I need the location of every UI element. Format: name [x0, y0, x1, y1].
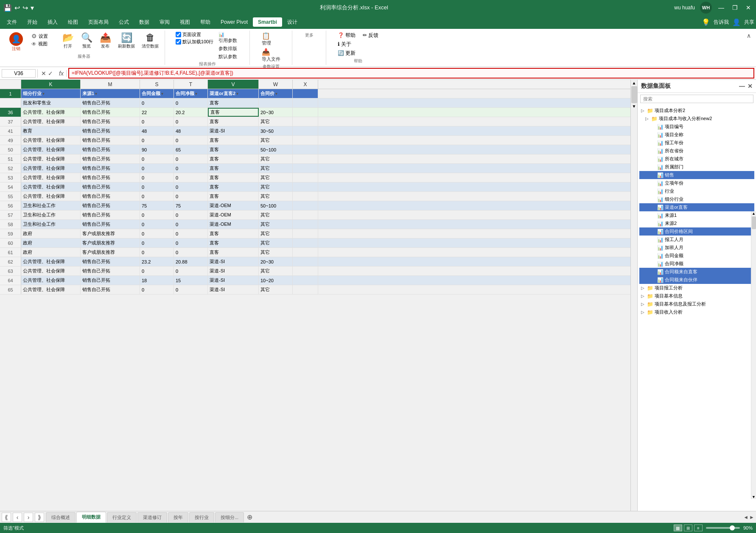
cell-T56[interactable]: 75	[174, 201, 208, 210]
clear-data-button[interactable]: 🗑 清空数据	[139, 31, 161, 50]
panel-scrollbar[interactable]: ▲ ▼	[751, 211, 756, 499]
col-header-M[interactable]: M	[81, 80, 140, 89]
cell-S59[interactable]: 0	[140, 229, 174, 238]
cell-V65[interactable]: 渠道-SI	[208, 285, 259, 294]
cell-T37[interactable]: 0	[174, 117, 208, 126]
cell-X50[interactable]	[293, 145, 318, 154]
cell-T53[interactable]: 0	[174, 173, 208, 182]
manage-button[interactable]: 📋 管理	[260, 31, 273, 47]
cell-X1[interactable]	[293, 89, 318, 98]
cell-X41[interactable]	[293, 126, 318, 135]
cell-V49[interactable]: 直客	[208, 136, 259, 145]
redo-icon[interactable]: ↪	[22, 4, 28, 12]
cell-V57[interactable]: 渠道-OEM	[208, 210, 259, 219]
cell-V52[interactable]: 直客	[208, 164, 259, 173]
tree-item-work-analysis[interactable]: ▷ 📁 项目报工分析	[639, 284, 754, 292]
cell-W1[interactable]: 合同价 ▾	[259, 89, 293, 98]
view-row[interactable]: 👁 视图	[30, 40, 50, 48]
cell-M1[interactable]: 来源1 ▾	[81, 89, 140, 98]
tree-item-source2[interactable]: 📊 来源2	[639, 219, 754, 227]
tree-item-contract-net[interactable]: 📊 合同净额	[639, 260, 754, 268]
cell-V55[interactable]: 直客	[208, 192, 259, 201]
row-num-56[interactable]: 56	[0, 201, 21, 210]
cell-M49[interactable]: 销售自己开拓	[81, 136, 140, 145]
row-num-54[interactable]: 54	[0, 182, 21, 191]
zoom-thumb[interactable]	[730, 525, 735, 530]
menu-power-pivot[interactable]: Power Pivot	[216, 17, 253, 27]
cell-V59[interactable]: 直客	[208, 229, 259, 238]
tree-item-project-year[interactable]: 📊 立项年份	[639, 179, 754, 187]
cell-X49[interactable]	[293, 136, 318, 145]
panel-close-button[interactable]: ✕	[748, 83, 753, 90]
cell-T60[interactable]: 0	[174, 238, 208, 247]
tree-item-contract-amount[interactable]: 📊 合同金额	[639, 252, 754, 260]
cell-W52[interactable]: 其它	[259, 164, 293, 173]
minimize-button[interactable]: —	[717, 3, 725, 12]
tab-by-detail[interactable]: 按细分...	[215, 512, 244, 522]
cell-M65[interactable]: 销售自己开拓	[81, 285, 140, 294]
cell-V62[interactable]: 渠道-SI	[208, 257, 259, 266]
cell-T55[interactable]: 0	[174, 192, 208, 201]
cell-M61[interactable]: 客户或朋友推荐	[81, 248, 140, 257]
tree-item-work-month[interactable]: 📊 报工人月	[639, 236, 754, 244]
open-button[interactable]: 📂 打开	[59, 31, 76, 50]
cell-W62[interactable]: 20~30	[259, 257, 293, 266]
tab-detail[interactable]: 明细数据	[76, 512, 106, 523]
tree-item-income-analysis[interactable]: ▷ 📁 项目收入分析	[639, 308, 754, 316]
cell-M50[interactable]: 销售自己开拓	[81, 145, 140, 154]
cell-X37[interactable]	[293, 117, 318, 126]
menu-draw[interactable]: 绘图	[63, 17, 83, 28]
cell-T62[interactable]: 20.88	[174, 257, 208, 266]
page-layout-view-button[interactable]: ⊞	[684, 525, 692, 531]
sheet-nav-left[interactable]: ‹	[13, 513, 22, 522]
row-num-61[interactable]: 61	[0, 248, 21, 257]
col-header-W[interactable]: W	[259, 80, 293, 89]
cell-V54[interactable]: 直客	[208, 182, 259, 191]
cell-S57[interactable]: 0	[140, 210, 174, 219]
cell-M59[interactable]: 客户或朋友推荐	[81, 229, 140, 238]
cell-W-blank[interactable]	[259, 98, 293, 107]
cell-W55[interactable]: 其它	[259, 192, 293, 201]
cell-K60[interactable]: 政府	[21, 238, 81, 247]
cell-X54[interactable]	[293, 182, 318, 191]
cell-S37[interactable]: 0	[140, 117, 174, 126]
menu-page-layout[interactable]: 页面布局	[83, 17, 114, 28]
tab-summary[interactable]: 综合概述	[46, 512, 76, 522]
share-btn[interactable]: 共享	[744, 19, 754, 26]
cell-T49[interactable]: 0	[174, 136, 208, 145]
cell-S49[interactable]: 0	[140, 136, 174, 145]
cell-W60[interactable]: 其它	[259, 238, 293, 247]
close-button[interactable]: ✕	[744, 3, 753, 12]
cell-X36[interactable]	[293, 108, 318, 117]
cell-W63[interactable]: 其它	[259, 266, 293, 275]
cell-X60[interactable]	[293, 238, 318, 247]
cell-M53[interactable]: 销售自己开拓	[81, 173, 140, 182]
cell-S56[interactable]: 75	[140, 201, 174, 210]
row-num-63[interactable]: 63	[0, 266, 21, 275]
vertical-scrollbar[interactable]: ▲ ▼	[630, 80, 637, 511]
cell-S62[interactable]: 23.2	[140, 257, 174, 266]
refresh-data-button[interactable]: 🔄 刷新数据	[115, 31, 137, 50]
col-header-V[interactable]: V	[208, 80, 259, 89]
sheet-scroll-right[interactable]: ►	[749, 514, 754, 520]
cell-S50[interactable]: 90	[140, 145, 174, 154]
tree-item-industry[interactable]: 📊 行业	[639, 187, 754, 195]
menu-review[interactable]: 审阅	[154, 17, 175, 28]
tab-by-industry[interactable]: 按行业	[189, 512, 214, 522]
menu-data[interactable]: 数据	[134, 17, 154, 28]
cell-X57[interactable]	[293, 210, 318, 219]
cell-K51[interactable]: 公共管理、社会保障	[21, 154, 81, 163]
cell-M-blank[interactable]: 销售自己开拓	[81, 98, 140, 107]
tree-item-project-cost[interactable]: ▷ 📁 项目成本分析2	[639, 107, 754, 115]
row-num-58[interactable]: 58	[0, 220, 21, 229]
row-num-51[interactable]: 51	[0, 154, 21, 163]
cell-X-blank[interactable]	[293, 98, 318, 107]
cell-V1[interactable]: 渠道or直客2 ▾	[208, 89, 259, 98]
cell-T1[interactable]: 合同净额 ▾	[174, 89, 208, 98]
cell-S64[interactable]: 18	[140, 276, 174, 285]
data-panel-search[interactable]	[640, 95, 753, 103]
formula-confirm-icon[interactable]: ✓	[48, 70, 53, 77]
cell-K59[interactable]: 政府	[21, 229, 81, 238]
cell-T65[interactable]: 0	[174, 285, 208, 294]
cell-S36[interactable]: 22	[140, 108, 174, 117]
